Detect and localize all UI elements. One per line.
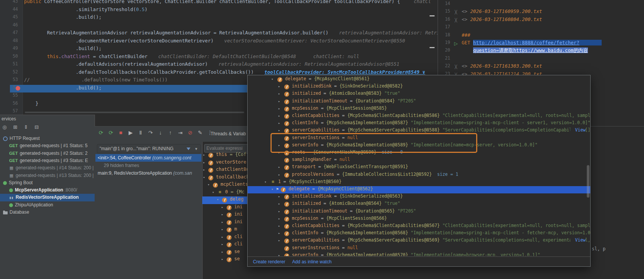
service-item[interactable]: Spring Boot [0,179,95,187]
popup-variable-row[interactable]: ▸finitializedSink = {SinkOneSerialized@8… [248,193,590,201]
code-line[interactable]: this.chatClient = chatClientBuilderchatC… [24,54,359,62]
thread-selector-dropdown[interactable]: "main"@1 in gro..."main": RUNNING ▾ [97,144,201,153]
http-file-line[interactable]: ### [462,32,470,40]
service-item[interactable]: GETgenerated-requests | #3 Status: E [0,157,95,164]
variable-node[interactable]: ▸fm [202,226,247,234]
popup-variable-row[interactable]: ▸fserverCapabilities = {McpSchema$Server… [248,237,590,245]
variable-node[interactable]: ▾ftoolCallbackPr [202,174,247,182]
popup-variable-row[interactable]: ▾⚑fdelegate = {McpAsyncClient@8562} [248,186,590,193]
popup-variable-row[interactable]: ▸fprotocolVersions = {ImmutableCollectio… [248,172,590,179]
variable-node[interactable]: ▸fcli [202,241,247,249]
popup-variable-row[interactable]: ▸finitializationTimeout = {Duration@8565… [248,208,590,216]
code-line[interactable]: .documentRetriever(vectorStoreDocumentRe… [24,38,405,46]
step-out-icon[interactable]: ↑ [167,130,174,136]
stop-icon[interactable]: ■ [118,130,124,136]
popup-variable-row[interactable]: ▸fclientInfo = {McpSchema$Implementation… [248,120,590,127]
service-item[interactable]: ▮▮RedisVectorStoreApplication [0,194,95,201]
add-service-icon[interactable]: ⊞ [12,124,18,130]
http-file-line[interactable]: <> 2026-03-12T160804.200.txt [462,16,542,24]
variable-node[interactable]: ▸fcli [202,234,247,242]
popup-variable-row[interactable]: ▸fserverInfo = {McpSchema$Implementation… [248,252,590,256]
resume-icon[interactable]: ▶ [127,130,134,136]
popup-scrollbar[interactable] [587,165,589,198]
http-file-line[interactable]: <> 2026-03-12T161303.200.txt [462,63,542,71]
http-file-line[interactable]: question=请爬取https://www.baidu.com的内容 [462,47,588,55]
variable-node[interactable]: ▾≡0 = {Mc [202,189,247,197]
code-line[interactable]: .build(); [24,85,101,93]
popup-variable-row[interactable]: fserverInstructions = null [248,245,590,252]
variable-node[interactable]: ▾fmcpClients [202,182,247,189]
stack-frame[interactable]: 29 hidden frames [95,162,201,169]
popup-variable-row[interactable]: ▸fclientCapabilities = {McpSchema$Client… [248,113,590,120]
service-item[interactable]: ▦generated-requests | #13 Status: 200 | [0,172,95,179]
popup-variable-row[interactable]: ▸finitializedSink = {SinkOneSerialized@8… [248,83,590,91]
service-item[interactable]: ▦generated-requests | #14 Status: 200 | [0,164,95,172]
evaluate-expression-field[interactable]: Evaluate expressi [204,144,249,152]
popup-variable-row[interactable]: ▸fclientCapabilities = {McpSchema$Client… [248,223,590,230]
breakpoint-icon[interactable] [16,86,20,91]
horizontal-scrollbar[interactable] [25,112,244,113]
rerun-failed-tests-icon[interactable]: ⟳ [108,130,114,136]
http-file-line[interactable]: <> 2026-03-12T160959.200.txt [462,8,542,16]
view-link[interactable]: View [570,127,586,133]
tab-threads-variables[interactable]: Threads & Variab [211,131,247,136]
service-item[interactable]: HTTP Request [0,135,95,142]
http-file-line[interactable]: GET http://localhost:8888/coffee/fetcher… [462,40,602,47]
variable-node[interactable]: ▸fchatClientBuild [202,167,247,174]
popup-variable-row[interactable]: ▸ftransport = {WebFluxSseClientTransport… [248,164,590,171]
code-line[interactable]: .build(); [24,14,101,22]
create-renderer-link[interactable]: Create renderer [253,259,285,264]
popup-variable-rows: ▾fdelegate = {McpAsyncClient@8561}▸finit… [248,75,590,256]
rerun-icon[interactable]: ⟳ [98,130,104,136]
popup-variable-row[interactable]: ▸fmcpSession = {McpClientSession@8566} [248,216,590,223]
mute-breakpoints-icon[interactable]: ⊘ [187,130,193,136]
edit-icon[interactable]: ✎ [197,130,203,136]
variable-node[interactable]: ▸fse [202,256,247,264]
code-line[interactable]: } [24,101,39,109]
stack-frame[interactable]: main:9, RedisVectorStoreApplication (com… [95,169,201,177]
expand-all-icon[interactable]: ⇕ [23,124,29,130]
variable-node[interactable]: ▸fini [202,211,247,219]
view-link[interactable]: View [570,237,586,243]
add-inline-watch-link[interactable]: Add as inline watch [292,259,332,264]
service-item[interactable]: Database [0,209,95,216]
popup-variable-row[interactable]: ▸finitialized = {AtomicBoolean@8583} "tr… [248,91,590,98]
popup-variable-row[interactable]: ▸fclientInfo = {McpSchema$Implementation… [248,230,590,237]
code-line[interactable]: .defaultAdvisors(retrievalAugmentationAd… [24,61,399,69]
popup-variable-row[interactable]: ▸froots = {ConcurrentHashMap@8590} size … [248,149,590,157]
variable-node[interactable]: ▸fini [202,204,247,212]
code-line[interactable]: // .defaultTools(new TimeTools()) [24,77,167,85]
collapse-all-icon[interactable]: ⊟ [34,124,40,130]
pause-icon[interactable]: Ⅱ [137,130,144,136]
variable-node[interactable]: ▸fvectorStore = [202,159,247,167]
stack-frame[interactable]: <init>:54, CoffeeController (com.sangeng… [95,154,201,162]
popup-variable-row[interactable]: ▸fserverInfo = {McpSchema$Implementation… [248,142,590,149]
step-over-icon[interactable]: ↷ [147,130,154,136]
variable-node[interactable]: ▾fdeleg [202,196,247,204]
code-line[interactable]: .similarityThreshold(0.5) [24,6,148,15]
service-item[interactable]: GETgenerated-requests | #1 Status: 5 [0,142,95,149]
variable-node[interactable]: ▸fini [202,219,247,227]
popup-variable-row[interactable]: fserverInstructions = null [248,135,590,142]
step-into-icon[interactable]: ↓ [157,130,164,136]
service-item[interactable]: ZhipuAIApplication [0,201,95,209]
code-line[interactable]: public CoffeeController(VectorStore vect… [24,0,431,6]
popup-variable-row[interactable]: ▾≡1 = {McpSyncClient@8560} [248,179,590,186]
code-line[interactable]: .build(); [24,45,101,54]
variable-node[interactable]: ▸fthis = {CoffeeC [202,152,247,159]
field-icon: f [284,158,289,163]
service-item[interactable]: GETgenerated-requests | #2 Status: 2 [0,150,95,157]
popup-variable-row[interactable]: ▸fserverCapabilities = {McpSchema$Server… [248,127,590,135]
service-item[interactable]: McpServerApplication :8080/ [0,187,95,194]
popup-variable-row[interactable]: ▸fmcpSession = {McpClientSession@8585} [248,105,590,113]
run-request-icon[interactable]: ▷ [452,40,460,47]
filter-icon[interactable] [187,148,190,150]
popup-variable-row[interactable]: ▸finitializationTimeout = {Duration@8584… [248,98,590,105]
view-options-icon[interactable]: ◎ [2,124,8,130]
variable-node[interactable]: ▸fse [202,249,247,256]
code-line[interactable]: RetrievalAugmentationAdvisor retrievalAu… [24,30,438,38]
popup-variable-row[interactable]: ▸finitialized = {AtomicBoolean@8564} "tr… [248,201,590,208]
popup-variable-row[interactable]: fsamplingHandler = null [248,157,590,164]
run-to-cursor-icon[interactable]: ⇥ [177,130,184,136]
popup-variable-row[interactable]: ▾fdelegate = {McpAsyncClient@8561} [248,76,590,83]
